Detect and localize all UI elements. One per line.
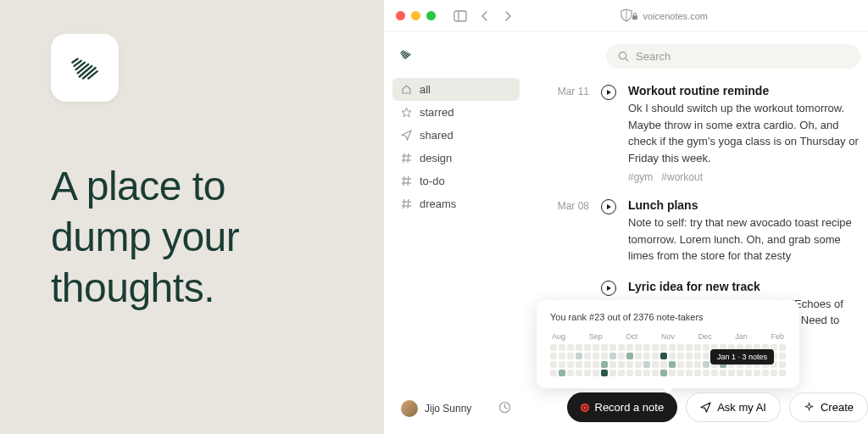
calendar-cell[interactable]	[711, 370, 718, 376]
calendar-cell[interactable]	[660, 344, 667, 351]
sidebar-item-to-do[interactable]: to-do	[392, 170, 520, 192]
calendar-cell[interactable]	[609, 344, 616, 351]
sidebar-item-all[interactable]: all	[392, 78, 520, 101]
calendar-cell[interactable]	[635, 353, 642, 359]
calendar-cell[interactable]	[720, 370, 726, 376]
history-icon[interactable]	[498, 401, 511, 416]
calendar-cell[interactable]	[618, 370, 625, 376]
calendar-cell[interactable]	[635, 361, 642, 368]
calendar-cell[interactable]	[694, 344, 701, 351]
calendar-cell[interactable]	[626, 370, 633, 376]
close-icon[interactable]	[396, 11, 405, 20]
calendar-cell[interactable]	[550, 353, 557, 359]
calendar-cell[interactable]	[559, 344, 565, 351]
sidebar-item-starred[interactable]: starred	[392, 101, 520, 124]
calendar-cell[interactable]	[652, 344, 659, 351]
calendar-cell[interactable]	[779, 361, 786, 368]
calendar-cell[interactable]	[601, 370, 608, 376]
calendar-cell[interactable]	[618, 353, 625, 359]
calendar-cell[interactable]	[550, 370, 557, 376]
calendar-cell[interactable]	[593, 370, 599, 376]
calendar-cell[interactable]	[559, 370, 565, 376]
calendar-cell[interactable]	[626, 361, 633, 368]
calendar-cell[interactable]	[728, 370, 735, 376]
search-input[interactable]: Search	[606, 44, 860, 69]
calendar-cell[interactable]	[576, 361, 582, 368]
calendar-cell[interactable]	[601, 353, 608, 359]
sidebar-item-design[interactable]: design	[392, 147, 520, 170]
calendar-cell[interactable]	[559, 353, 565, 359]
play-icon[interactable]	[601, 85, 616, 100]
calendar-cell[interactable]	[686, 344, 693, 351]
calendar-cell[interactable]	[576, 344, 582, 351]
calendar-cell[interactable]	[677, 370, 684, 376]
calendar-cell[interactable]	[593, 361, 599, 368]
calendar-cell[interactable]	[669, 353, 676, 359]
sidebar-item-dreams[interactable]: dreams	[392, 192, 520, 215]
calendar-cell[interactable]	[584, 361, 591, 368]
calendar-cell[interactable]	[643, 353, 650, 359]
calendar-cell[interactable]	[686, 370, 693, 376]
sidebar-logo[interactable]	[392, 42, 520, 70]
calendar-cell[interactable]	[609, 361, 616, 368]
calendar-cell[interactable]	[652, 361, 659, 368]
calendar-cell[interactable]	[694, 353, 701, 359]
user-profile[interactable]: Jijo Sunny	[392, 393, 520, 424]
calendar-cell[interactable]	[677, 344, 684, 351]
calendar-cell[interactable]	[567, 344, 574, 351]
calendar-cell[interactable]	[576, 370, 582, 376]
sidebar-toggle-icon[interactable]	[451, 8, 470, 25]
calendar-cell[interactable]	[652, 370, 659, 376]
calendar-cell[interactable]	[703, 353, 709, 359]
calendar-cell[interactable]	[601, 361, 608, 368]
calendar-cell[interactable]	[686, 353, 693, 359]
calendar-cell[interactable]	[703, 344, 709, 351]
calendar-cell[interactable]	[643, 361, 650, 368]
calendar-cell[interactable]	[559, 361, 565, 368]
calendar-cell[interactable]	[660, 370, 667, 376]
calendar-cell[interactable]	[584, 353, 591, 359]
ask-ai-button[interactable]: Ask my AI	[686, 392, 781, 422]
note-item[interactable]: Mar 11 Workout routine reminde Ok I shou…	[548, 84, 868, 183]
calendar-cell[interactable]	[694, 361, 701, 368]
calendar-cell[interactable]	[567, 370, 574, 376]
calendar-cell[interactable]	[677, 353, 684, 359]
calendar-cell[interactable]	[618, 361, 625, 368]
calendar-cell[interactable]	[584, 370, 591, 376]
play-icon[interactable]	[601, 199, 616, 214]
play-icon[interactable]	[601, 281, 616, 296]
forward-icon[interactable]	[498, 8, 517, 25]
calendar-cell[interactable]	[669, 344, 676, 351]
calendar-cell[interactable]	[643, 370, 650, 376]
calendar-cell[interactable]	[626, 353, 633, 359]
calendar-cell[interactable]	[652, 353, 659, 359]
record-button[interactable]: Record a note	[567, 392, 678, 422]
calendar-cell[interactable]	[669, 361, 676, 368]
back-icon[interactable]	[475, 8, 493, 25]
calendar-cell[interactable]	[669, 370, 676, 376]
calendar-cell[interactable]	[677, 361, 684, 368]
calendar-cell[interactable]	[626, 344, 633, 351]
calendar-cell[interactable]	[660, 353, 667, 359]
maximize-icon[interactable]	[426, 11, 436, 20]
calendar-cell[interactable]	[609, 353, 616, 359]
calendar-cell[interactable]	[593, 344, 599, 351]
calendar-cell[interactable]	[737, 370, 743, 376]
calendar-cell[interactable]	[550, 344, 557, 351]
calendar-cell[interactable]	[703, 361, 709, 368]
calendar-cell[interactable]	[584, 344, 591, 351]
calendar-cell[interactable]	[745, 370, 752, 376]
calendar-cell[interactable]	[550, 361, 557, 368]
calendar-cell[interactable]	[762, 370, 769, 376]
calendar-cell[interactable]	[601, 344, 608, 351]
calendar-cell[interactable]	[567, 361, 574, 368]
calendar-cell[interactable]	[754, 370, 760, 376]
window-controls[interactable]	[396, 11, 436, 20]
address-bar[interactable]: voicenotes.com	[631, 11, 708, 21]
calendar-cell[interactable]	[703, 370, 709, 376]
calendar-cell[interactable]	[779, 370, 786, 376]
calendar-cell[interactable]	[660, 361, 667, 368]
minimize-icon[interactable]	[411, 11, 420, 20]
calendar-cell[interactable]	[694, 370, 701, 376]
calendar-cell[interactable]	[686, 361, 693, 368]
